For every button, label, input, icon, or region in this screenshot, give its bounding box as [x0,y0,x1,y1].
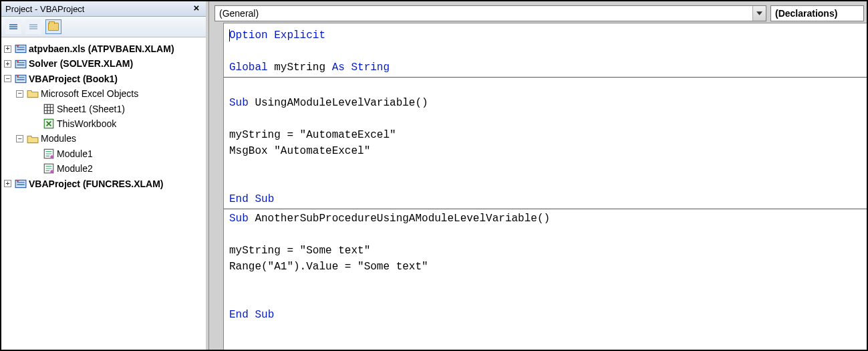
svg-point-13 [17,180,19,182]
code-token: As [332,62,345,74]
project-icon [15,179,27,189]
procedure-combo[interactable]: (Declarations) [770,5,864,21]
procedure-separator [224,77,867,78]
code-token: Explicit [268,29,325,41]
code-panel: (General) (Declarations) Option Explicit… [208,1,867,350]
tree-node-atpvbaen[interactable]: + atpvbaen.xls (ATPVBAEN.XLAM) [4,41,203,56]
tree-label: ThisWorkbook [57,116,116,131]
workbook-icon [43,118,55,129]
object-combo[interactable]: (General) [214,5,766,21]
code-editor[interactable]: Option Explicit Global myString As Strin… [224,23,867,350]
code-token: End [229,309,249,321]
code-token: Range("A1").Value = "Some text" [229,261,428,273]
svg-point-11 [50,170,53,174]
project-explorer-titlebar: Project - VBAProject × [1,1,206,17]
code-token: Sub [255,309,274,321]
folder-open-icon [27,134,39,144]
tree-node-sheet1[interactable]: Sheet1 (Sheet1) [4,102,203,116]
code-margin[interactable] [209,23,224,350]
code-token [249,309,255,321]
tree-node-solver[interactable]: + Solver (SOLVER.XLAM) [4,56,203,71]
code-token: End [229,193,249,205]
project-explorer-title: Project - VBAProject [5,4,85,14]
expand-icon[interactable]: + [4,45,11,53]
chevron-down-icon[interactable] [752,6,766,21]
tree-node-modules[interactable]: − Modules [4,131,203,146]
procedure-separator [224,209,867,209]
code-token: AnotherSubProcedureUsingAModuleLevelVari… [249,213,550,225]
tree-node-vbaproject-book1[interactable]: − VBAProject (Book1) [4,72,203,86]
project-icon [15,43,27,54]
tree-node-excel-objects[interactable]: − Microsoft Excel Objects [4,86,203,101]
toggle-folders-button[interactable] [45,19,61,34]
tree-label: Modules [41,131,76,146]
tree-label: Solver (SOLVER.XLAM) [29,56,133,71]
collapse-icon[interactable]: − [16,90,23,98]
svg-rect-6 [44,104,53,114]
expand-icon[interactable]: + [4,60,11,68]
tree-label: Module2 [57,161,93,176]
module-icon [43,163,55,174]
tree-node-module2[interactable]: Module2 [4,161,203,176]
code-token: Option [229,29,268,41]
tree-node-module1[interactable]: Module1 [4,146,203,161]
project-icon [15,59,27,70]
tree-label: atpvbaen.xls (ATPVBAEN.XLAM) [29,41,174,56]
svg-point-3 [17,60,19,62]
code-token [345,62,351,74]
tree-label: Sheet1 (Sheet1) [57,102,125,116]
tree-label: Module1 [57,146,93,161]
svg-point-9 [50,155,53,158]
view-code-button[interactable] [5,19,21,34]
code-dropdown-bar: (General) (Declarations) [209,4,867,23]
project-explorer-panel: Project - VBAProject × + atpvbaen.xls (A… [1,1,208,350]
code-token: MsgBox "AutomateExcel" [229,145,370,157]
tree-label: VBAProject (FUNCRES.XLAM) [29,177,163,191]
folder-icon [48,23,59,31]
tree-node-vbaproject-funcres[interactable]: + VBAProject (FUNCRES.XLAM) [4,177,203,191]
code-token: UsingAModuleLevelVariable() [249,97,428,109]
tree-label: Microsoft Excel Objects [41,86,138,101]
tree-label: VBAProject (Book1) [29,72,118,86]
project-explorer-toolbar [1,17,206,37]
svg-point-1 [17,45,19,47]
project-icon [15,74,27,84]
project-tree[interactable]: + atpvbaen.xls (ATPVBAEN.XLAM) + Solver … [1,37,206,350]
code-token: myString = "Some text" [229,245,370,257]
collapse-icon[interactable]: − [4,75,11,82]
list-icon [9,24,17,29]
tree-node-thisworkbook[interactable]: ThisWorkbook [4,116,203,131]
code-token [249,193,255,205]
svg-point-5 [17,75,19,77]
close-icon[interactable]: × [191,3,202,14]
list-icon [29,24,37,29]
procedure-combo-value: (Declarations) [771,7,863,20]
expand-icon[interactable]: + [4,180,11,187]
code-token: String [351,62,390,74]
folder-open-icon [27,88,39,99]
module-icon [43,148,55,159]
code-token: myString = "AutomateExcel" [229,129,396,141]
object-combo-value: (General) [215,7,752,20]
code-token: Global [229,62,268,74]
worksheet-icon [43,104,55,114]
code-token: myString [268,62,332,74]
code-area-wrap: Option Explicit Global myString As Strin… [209,23,867,350]
code-token: Sub [229,97,249,109]
view-object-button[interactable] [25,19,41,34]
code-token: Sub [255,193,274,205]
code-token: Sub [229,213,249,225]
collapse-icon[interactable]: − [16,135,23,142]
